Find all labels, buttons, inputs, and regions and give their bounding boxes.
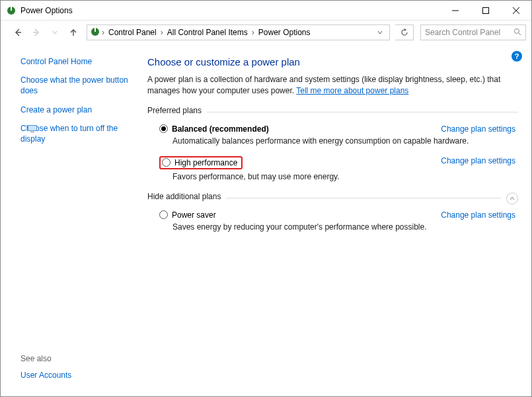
title-bar: Power Options (1, 1, 531, 21)
preferred-plans-label: Preferred plans (147, 106, 202, 115)
maximize-button[interactable] (471, 1, 501, 21)
divider (207, 112, 518, 112)
collapse-icon[interactable] (506, 193, 518, 204)
radio-power-saver[interactable] (159, 210, 168, 219)
svg-rect-10 (95, 28, 96, 32)
address-bar[interactable]: › Control Panel › All Control Panel Item… (87, 24, 390, 40)
breadcrumb-all-items[interactable]: All Control Panel Items (165, 28, 250, 37)
plan-saver-desc: Saves energy by reducing your computer's… (172, 222, 518, 232)
refresh-button[interactable] (395, 24, 414, 40)
breadcrumb-control-panel[interactable]: Control Panel (106, 28, 159, 37)
change-settings-high-link[interactable]: Change plan settings (441, 156, 515, 165)
power-options-icon (6, 5, 17, 16)
user-accounts-link[interactable]: User Accounts (20, 370, 132, 380)
search-box[interactable] (420, 24, 526, 40)
divider (226, 198, 501, 198)
recent-dropdown-icon[interactable] (47, 24, 63, 40)
change-settings-saver-link[interactable]: Change plan settings (441, 210, 515, 220)
forward-button[interactable] (28, 24, 44, 40)
minimize-button[interactable] (440, 1, 471, 21)
chevron-right-icon: › (250, 28, 256, 37)
svg-rect-3 (483, 7, 489, 13)
control-panel-home-link[interactable]: Control Panel Home (20, 56, 132, 67)
close-button[interactable] (501, 1, 531, 21)
main-panel: ? Choose or customize a power plan A pow… (139, 44, 531, 396)
breadcrumb-power-options[interactable]: Power Options (256, 28, 313, 37)
tell-me-more-link[interactable]: Tell me more about power plans (296, 86, 408, 95)
window-title: Power Options (20, 6, 440, 15)
navigation-bar: › Control Panel › All Control Panel Item… (1, 21, 531, 44)
plan-balanced-desc: Automatically balances performance with … (172, 136, 518, 146)
svg-rect-15 (30, 132, 34, 132)
preferred-plans-group: Preferred plans (147, 106, 518, 119)
svg-rect-1 (11, 7, 12, 11)
hide-additional-label: Hide additional plans (147, 192, 221, 201)
plan-power-saver: Power saver Change plan settings Saves e… (159, 210, 518, 232)
svg-rect-14 (28, 126, 36, 130)
back-button[interactable] (10, 24, 26, 40)
help-icon[interactable]: ? (512, 51, 522, 62)
plan-high-performance: High performance Change plan settings Fa… (159, 156, 518, 181)
svg-point-11 (515, 29, 519, 34)
display-icon (27, 123, 38, 134)
highlight-box: High performance (159, 156, 243, 169)
search-icon (513, 28, 521, 38)
chevron-right-icon: › (100, 28, 106, 37)
choose-power-button-link[interactable]: Choose what the power button does (20, 75, 132, 96)
see-also-label: See also (20, 354, 132, 363)
search-input[interactable] (425, 28, 521, 37)
change-settings-balanced-link[interactable]: Change plan settings (441, 124, 515, 134)
content-area: Control Panel Home Choose what the power… (1, 44, 531, 396)
radio-balanced[interactable] (159, 124, 168, 133)
plan-balanced: Balanced (recommended) Change plan setti… (159, 124, 518, 146)
plan-high-desc: Favors performance, but may use more ene… (172, 172, 518, 181)
chevron-right-icon: › (159, 28, 165, 37)
plan-balanced-name[interactable]: Balanced (recommended) (172, 124, 269, 134)
up-button[interactable] (65, 24, 81, 40)
create-power-plan-link[interactable]: Create a power plan (20, 105, 132, 115)
plan-saver-name[interactable]: Power saver (172, 210, 216, 220)
hide-additional-group: Hide additional plans (147, 192, 518, 205)
plan-high-name[interactable]: High performance (174, 158, 237, 167)
page-heading: Choose or customize a power plan (147, 56, 518, 67)
page-description: A power plan is a collection of hardware… (147, 74, 518, 97)
radio-high-performance[interactable] (162, 158, 171, 167)
svg-line-12 (519, 33, 521, 35)
address-dropdown-icon[interactable] (373, 28, 387, 37)
sidebar: Control Panel Home Choose what the power… (1, 44, 139, 396)
control-panel-icon (90, 26, 100, 39)
